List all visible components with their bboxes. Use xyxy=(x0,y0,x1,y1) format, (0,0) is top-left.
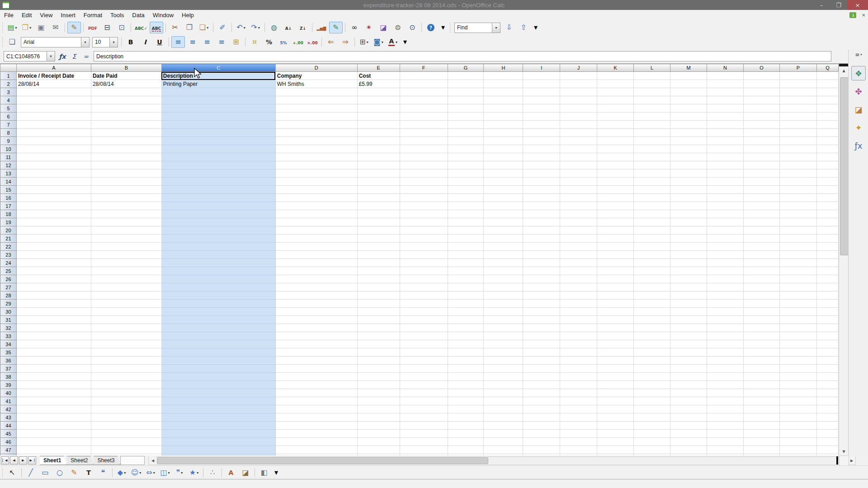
cell-A14[interactable] xyxy=(16,178,91,186)
cell-D7[interactable] xyxy=(275,121,357,129)
cell-C11[interactable] xyxy=(161,153,275,161)
cell-Q3[interactable] xyxy=(816,88,838,96)
cell-N3[interactable] xyxy=(707,88,744,96)
cell-K30[interactable] xyxy=(597,308,634,316)
cell-L27[interactable] xyxy=(634,283,670,291)
column-header-P[interactable]: P xyxy=(779,64,816,72)
cell-Q2[interactable] xyxy=(816,80,838,88)
cell-C27[interactable] xyxy=(161,283,275,291)
cell-J13[interactable] xyxy=(560,169,597,178)
cell-E27[interactable] xyxy=(357,283,400,291)
cell-P43[interactable] xyxy=(779,413,816,422)
scroll-down-icon[interactable]: ▼ xyxy=(839,447,849,455)
cell-F15[interactable] xyxy=(400,186,448,194)
cell-A30[interactable] xyxy=(16,308,91,316)
cell-J40[interactable] xyxy=(560,389,597,397)
row-header-3[interactable]: 3 xyxy=(0,88,17,96)
cell-N11[interactable] xyxy=(707,153,744,161)
cell-M23[interactable] xyxy=(670,251,707,259)
cell-O20[interactable] xyxy=(744,226,780,235)
cell-D13[interactable] xyxy=(275,169,357,178)
cell-J39[interactable] xyxy=(560,381,597,389)
cell-O17[interactable] xyxy=(744,202,780,210)
cell-M42[interactable] xyxy=(670,405,707,413)
cell-Q28[interactable] xyxy=(816,291,838,300)
cell-D33[interactable] xyxy=(275,332,357,340)
cell-Q44[interactable] xyxy=(816,422,838,430)
callouts-dropdown-icon[interactable]: ▾ xyxy=(181,471,183,475)
menu-insert[interactable]: Insert xyxy=(57,10,80,20)
cell-H35[interactable] xyxy=(484,348,523,357)
cell-P26[interactable] xyxy=(779,275,816,283)
cell-H40[interactable] xyxy=(484,389,523,397)
cell-H39[interactable] xyxy=(484,381,523,389)
font-name-dropdown-icon[interactable]: ▾ xyxy=(81,38,89,47)
cell-B6[interactable] xyxy=(91,113,161,121)
cell-J38[interactable] xyxy=(560,373,597,381)
cell-H12[interactable] xyxy=(484,161,523,169)
cell-H16[interactable] xyxy=(484,194,523,202)
cell-I20[interactable] xyxy=(523,226,560,235)
cell-G18[interactable] xyxy=(448,210,484,218)
cell-Q18[interactable] xyxy=(816,210,838,218)
cell-H38[interactable] xyxy=(484,373,523,381)
cell-I38[interactable] xyxy=(523,373,560,381)
cell-P13[interactable] xyxy=(779,169,816,178)
cell-N34[interactable] xyxy=(707,340,744,348)
cell-K18[interactable] xyxy=(597,210,634,218)
cell-J30[interactable] xyxy=(560,308,597,316)
cell-A26[interactable] xyxy=(16,275,91,283)
cell-C17[interactable] xyxy=(161,202,275,210)
cell-N17[interactable] xyxy=(707,202,744,210)
cell-I11[interactable] xyxy=(523,153,560,161)
cell-L22[interactable] xyxy=(634,243,670,251)
cell-M27[interactable] xyxy=(670,283,707,291)
cell-B13[interactable] xyxy=(91,169,161,178)
menu-file[interactable]: File xyxy=(0,10,18,20)
cell-D1[interactable]: Company xyxy=(275,72,357,80)
cell-F11[interactable] xyxy=(400,153,448,161)
cell-A13[interactable] xyxy=(16,169,91,178)
row-header-20[interactable]: 20 xyxy=(0,226,17,235)
cell-M22[interactable] xyxy=(670,243,707,251)
cell-F26[interactable] xyxy=(400,275,448,283)
column-header-G[interactable]: G xyxy=(448,64,484,72)
cell-O31[interactable] xyxy=(744,316,780,324)
cell-N19[interactable] xyxy=(707,218,744,226)
cell-G44[interactable] xyxy=(448,422,484,430)
sort-descending-button[interactable]: Z↓ xyxy=(296,22,310,33)
cell-H19[interactable] xyxy=(484,218,523,226)
cell-N27[interactable] xyxy=(707,283,744,291)
sidebar-tab-styles-and-formatting[interactable]: ✤ xyxy=(851,84,866,99)
cell-J16[interactable] xyxy=(560,194,597,202)
cell-I33[interactable] xyxy=(523,332,560,340)
column-header-L[interactable]: L xyxy=(634,64,670,72)
cell-B34[interactable] xyxy=(91,340,161,348)
cell-A22[interactable] xyxy=(16,243,91,251)
cell-F12[interactable] xyxy=(400,161,448,169)
cell-E46[interactable] xyxy=(357,438,400,446)
cell-J20[interactable] xyxy=(560,226,597,235)
cell-F35[interactable] xyxy=(400,348,448,357)
cell-E13[interactable] xyxy=(357,169,400,178)
cell-I47[interactable] xyxy=(523,446,560,454)
cell-I13[interactable] xyxy=(523,169,560,178)
cell-Q36[interactable] xyxy=(816,357,838,365)
cell-A10[interactable] xyxy=(16,145,91,153)
copy-button[interactable]: ❐ xyxy=(183,22,196,33)
cell-K27[interactable] xyxy=(597,283,634,291)
cell-G34[interactable] xyxy=(448,340,484,348)
cell-C5[interactable] xyxy=(161,104,275,113)
cell-K14[interactable] xyxy=(597,178,634,186)
cell-A40[interactable] xyxy=(16,389,91,397)
cell-L11[interactable] xyxy=(634,153,670,161)
borders-dropdown-icon[interactable]: ▾ xyxy=(367,40,368,44)
cell-P11[interactable] xyxy=(779,153,816,161)
cell-D42[interactable] xyxy=(275,405,357,413)
last-sheet-button[interactable]: ▶▕ xyxy=(28,456,36,465)
cell-K9[interactable] xyxy=(597,137,634,145)
horizontal-scrollbar[interactable]: ◀ ▶ xyxy=(148,456,856,465)
cell-M32[interactable] xyxy=(670,324,707,332)
cell-I34[interactable] xyxy=(523,340,560,348)
navigator-button[interactable]: ✴ xyxy=(362,22,376,33)
